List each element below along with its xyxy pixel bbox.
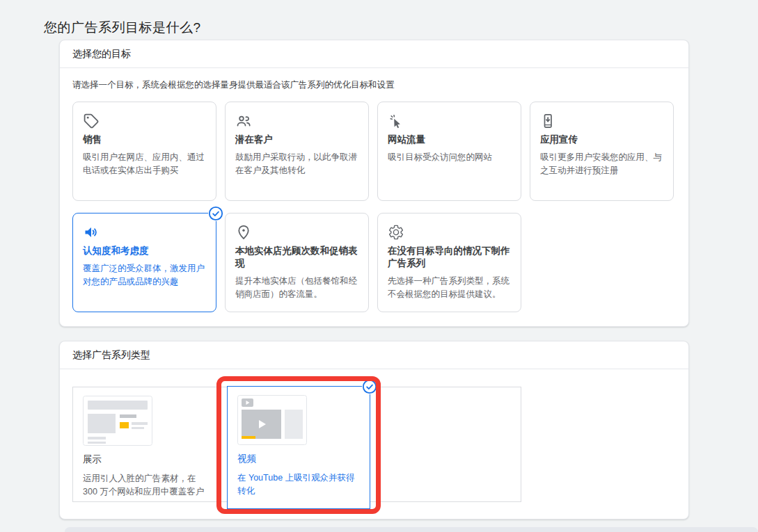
- campaign-type-row: 展示 运用引人入胜的广告素材，在 300 万个网站和应用中覆盖客户 视频 在 Y…: [72, 387, 521, 502]
- goal-title: 应用宣传: [540, 134, 663, 146]
- goal-card-leads[interactable]: 潜在客户 鼓励用户采取行动，以此争取潜在客户及其他转化: [225, 102, 369, 201]
- goal-description: 覆盖广泛的受众群体，激发用户对您的产品或品牌的兴趣: [83, 262, 206, 289]
- goal-description: 提升本地实体店（包括餐馆和经销商店面）的客流量。: [235, 275, 358, 301]
- people-icon: [235, 113, 252, 129]
- install-mobile-icon: [540, 113, 557, 129]
- goal-description: 吸引用户在网店、应用内、通过电话或在实体店出手购买: [83, 151, 206, 177]
- page-title: 您的广告系列目标是什么?: [44, 19, 201, 37]
- campaign-type-description: 运用引人入胜的广告素材，在 300 万个网站和应用中覆盖客户: [83, 472, 212, 499]
- campaign-type-card-video[interactable]: 视频 在 YouTube 上吸引观众并获得转化: [227, 386, 370, 509]
- goal-description: 吸引目标受众访问您的网站: [388, 151, 511, 164]
- bottom-scroll-strip: [65, 527, 758, 532]
- goal-description: 先选择一种广告系列类型，系统不会根据您的目标提供建议。: [388, 275, 511, 301]
- location-pin-icon: [235, 224, 252, 241]
- campaign-type-description: 在 YouTube 上吸引观众并获得转化: [237, 471, 360, 499]
- goal-card-no-goal[interactable]: 在没有目标导向的情况下制作广告系列 先选择一种广告系列类型，系统不会根据您的目标…: [377, 213, 521, 312]
- goal-title: 销售: [83, 134, 206, 146]
- goal-card-website-traffic[interactable]: 网站流量 吸引目标受众访问您的网站: [377, 102, 521, 201]
- goal-card-local-store[interactable]: 本地实体店光顾次数和促销表现 提升本地实体店（包括餐馆和经销商店面）的客流量。: [225, 213, 369, 312]
- gear-icon: [388, 224, 404, 241]
- goal-card-sales[interactable]: 销售 吸引用户在网店、应用内、通过电话或在实体店出手购买: [72, 102, 216, 201]
- goal-description: 吸引更多用户安装您的应用、与之互动并进行预注册: [540, 151, 663, 177]
- goal-title: 本地实体店光顾次数和促销表现: [235, 245, 358, 270]
- goal-description: 鼓励用户采取行动，以此争取潜在客户及其他转化: [235, 151, 358, 177]
- campaign-type-title: 视频: [237, 453, 360, 465]
- goal-title: 认知度和考虑度: [83, 245, 206, 257]
- goal-panel-subtitle: 请选择一个目标，系统会根据您的选择量身提供最适合该广告系列的优化目标和设置: [72, 79, 672, 91]
- selected-check-icon: [208, 206, 223, 221]
- selected-check-icon: [362, 379, 377, 394]
- campaign-type-panel: 选择广告系列类型 展示 运用引人入胜的广告素材，在 300 万个网站和应用中覆盖…: [59, 341, 689, 519]
- cursor-traffic-icon: [388, 113, 404, 129]
- video-ad-thumbnail: [237, 395, 360, 445]
- campaign-type-title: 展示: [83, 453, 212, 466]
- speaker-icon: [83, 224, 100, 241]
- goal-title: 在没有目标导向的情况下制作广告系列: [388, 245, 511, 270]
- goal-grid: 销售 吸引用户在网店、应用内、通过电话或在实体店出手购买 潜在客户 鼓励用户采取…: [60, 102, 688, 312]
- display-ad-thumbnail: [83, 396, 212, 446]
- goal-title: 网站流量: [388, 134, 511, 146]
- goal-panel-header: 选择您的目标: [60, 40, 688, 68]
- goal-title: 潜在客户: [235, 134, 358, 146]
- goal-selection-panel: 选择您的目标 请选择一个目标，系统会根据您的选择量身提供最适合该广告系列的优化目…: [59, 40, 689, 327]
- campaign-type-panel-header: 选择广告系列类型: [60, 341, 688, 369]
- goal-card-awareness[interactable]: 认知度和考虑度 覆盖广泛的受众群体，激发用户对您的产品或品牌的兴趣: [72, 213, 216, 312]
- sell-tag-icon: [83, 113, 100, 129]
- campaign-type-card-display[interactable]: 展示 运用引人入胜的广告素材，在 300 万个网站和应用中覆盖客户: [73, 387, 222, 521]
- goal-card-app-promotion[interactable]: 应用宣传 吸引更多用户安装您的应用、与之互动并进行预注册: [530, 102, 674, 201]
